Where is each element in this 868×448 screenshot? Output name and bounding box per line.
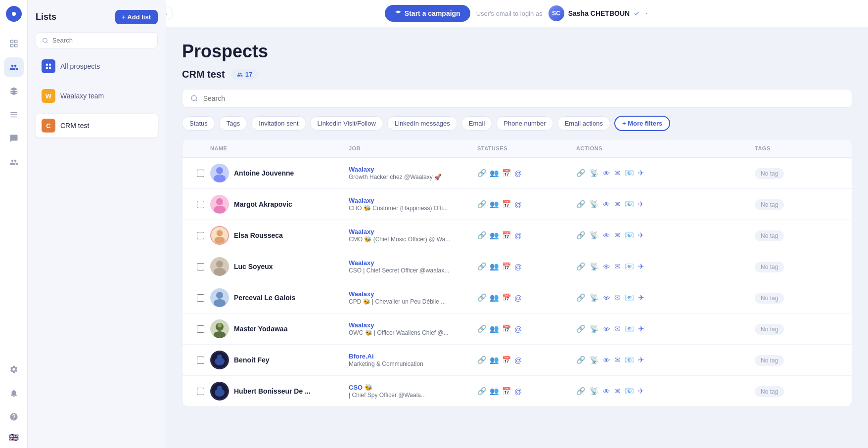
sidebar-item-waalaxy-team[interactable]: W Waalaxy team: [36, 84, 158, 108]
email-icon[interactable]: @: [514, 200, 522, 209]
people-icon[interactable]: 👥: [490, 324, 499, 333]
action-feed[interactable]: 📡: [590, 231, 599, 240]
brand-icon[interactable]: [6, 6, 22, 22]
sidebar-item-crm-test[interactable]: C CRM test: [36, 114, 158, 137]
action-feed[interactable]: 📡: [590, 356, 599, 364]
action-feed[interactable]: 📡: [590, 169, 599, 178]
people-icon[interactable]: 👥: [490, 387, 499, 396]
action-message[interactable]: ✉: [614, 293, 621, 302]
action-view[interactable]: 👁: [603, 325, 610, 333]
linkedin-icon-gold[interactable]: 🔗: [477, 356, 487, 364]
action-link[interactable]: 🔗: [576, 356, 586, 364]
people-icon[interactable]: 👥: [490, 262, 499, 271]
action-send[interactable]: ✈: [638, 200, 644, 209]
action-link[interactable]: 🔗: [576, 262, 586, 271]
row-checkbox-4[interactable]: [190, 263, 210, 270]
row-checkbox-3[interactable]: [190, 232, 210, 239]
action-feed[interactable]: 📡: [590, 262, 599, 271]
linkedin-icon-gold[interactable]: 🔗: [477, 262, 487, 271]
calendar-icon[interactable]: 📅: [502, 356, 511, 364]
action-view[interactable]: 👁: [603, 356, 610, 364]
nav-settings[interactable]: [4, 359, 24, 379]
nav-teams[interactable]: [4, 152, 24, 172]
action-send[interactable]: ✈: [638, 293, 644, 302]
filter-phone-number[interactable]: Phone number: [496, 116, 553, 131]
action-link[interactable]: 🔗: [576, 324, 586, 333]
action-feed[interactable]: 📡: [590, 293, 599, 302]
filter-tags[interactable]: Tags: [219, 116, 247, 131]
action-send[interactable]: ✈: [638, 356, 644, 364]
collapse-sidebar-button[interactable]: ‹: [166, 6, 173, 20]
action-feed[interactable]: 📡: [590, 387, 599, 396]
linkedin-icon-gold[interactable]: 🔗: [477, 324, 487, 333]
sidebar-item-all-prospects[interactable]: All prospects: [36, 54, 158, 78]
action-email-out[interactable]: 📧: [625, 356, 634, 364]
nav-sequences[interactable]: [4, 105, 24, 125]
language-flag[interactable]: 🇬🇧: [9, 433, 19, 442]
linkedin-icon[interactable]: 🔗: [477, 387, 487, 396]
action-message[interactable]: ✉: [614, 262, 621, 271]
action-email-out[interactable]: 📧: [625, 262, 634, 271]
filter-linkedin-visit[interactable]: LinkedIn Visit/Follow: [310, 116, 383, 131]
filter-invitation-sent[interactable]: Invitation sent: [251, 116, 306, 131]
nav-campaigns[interactable]: [4, 81, 24, 101]
row-checkbox-7[interactable]: [190, 357, 210, 364]
action-message[interactable]: ✉: [614, 356, 621, 364]
action-send[interactable]: ✈: [638, 169, 644, 178]
email-icon[interactable]: @: [514, 263, 522, 271]
content-search-input[interactable]: [203, 94, 844, 102]
action-message[interactable]: ✉: [614, 324, 621, 333]
action-link[interactable]: 🔗: [576, 293, 586, 302]
people-icon[interactable]: 👥: [490, 293, 499, 302]
people-icon[interactable]: 👥: [490, 169, 499, 178]
action-link[interactable]: 🔗: [576, 169, 586, 178]
add-list-button[interactable]: + Add list: [115, 10, 158, 24]
sidebar-search-input[interactable]: [52, 37, 151, 44]
nav-home[interactable]: [4, 34, 24, 53]
action-link[interactable]: 🔗: [576, 231, 586, 240]
start-campaign-button[interactable]: Start a campaign: [385, 5, 470, 22]
nav-messages[interactable]: [4, 129, 24, 148]
filter-status[interactable]: Status: [182, 116, 215, 131]
email-icon[interactable]: @: [514, 169, 522, 178]
row-checkbox-5[interactable]: [190, 294, 210, 302]
people-icon[interactable]: 👥: [490, 200, 499, 209]
action-link[interactable]: 🔗: [576, 387, 586, 396]
email-icon[interactable]: @: [514, 294, 522, 302]
email-icon[interactable]: @: [514, 356, 522, 364]
filter-linkedin-messages[interactable]: LinkedIn messages: [387, 116, 457, 131]
filter-email[interactable]: Email: [461, 116, 493, 131]
action-email-out[interactable]: 📧: [625, 293, 634, 302]
action-feed[interactable]: 📡: [590, 324, 599, 333]
email-icon[interactable]: @: [514, 387, 522, 396]
email-icon[interactable]: @: [514, 231, 522, 240]
row-checkbox-1[interactable]: [190, 170, 210, 177]
action-view[interactable]: 👁: [603, 231, 610, 240]
filter-email-actions[interactable]: Email actions: [557, 116, 610, 131]
nav-prospects[interactable]: [4, 57, 24, 77]
calendar-icon[interactable]: 📅: [502, 262, 511, 271]
action-message[interactable]: ✉: [614, 169, 621, 178]
calendar-icon[interactable]: 📅: [502, 169, 511, 178]
calendar-icon[interactable]: 📅: [502, 387, 511, 396]
linkedin-icon[interactable]: 🔗: [477, 169, 487, 178]
people-icon[interactable]: 👥: [490, 356, 499, 364]
action-send[interactable]: ✈: [638, 231, 644, 240]
action-email-out[interactable]: 📧: [625, 231, 634, 240]
action-message[interactable]: ✉: [614, 387, 621, 396]
action-view[interactable]: 👁: [603, 387, 610, 396]
action-send[interactable]: ✈: [638, 324, 644, 333]
action-email-out[interactable]: 📧: [625, 200, 634, 209]
action-email-out[interactable]: 📧: [625, 324, 634, 333]
action-email-out[interactable]: 📧: [625, 169, 634, 178]
action-view[interactable]: 👁: [603, 169, 610, 178]
filter-more[interactable]: + More filters: [614, 116, 670, 131]
action-view[interactable]: 👁: [603, 263, 610, 271]
calendar-icon[interactable]: 📅: [502, 231, 511, 240]
action-message[interactable]: ✉: [614, 200, 621, 209]
action-message[interactable]: ✉: [614, 231, 621, 240]
action-email-out[interactable]: 📧: [625, 387, 634, 396]
calendar-icon[interactable]: 📅: [502, 293, 511, 302]
people-icon[interactable]: 👥: [490, 231, 499, 240]
row-checkbox-2[interactable]: [190, 201, 210, 208]
